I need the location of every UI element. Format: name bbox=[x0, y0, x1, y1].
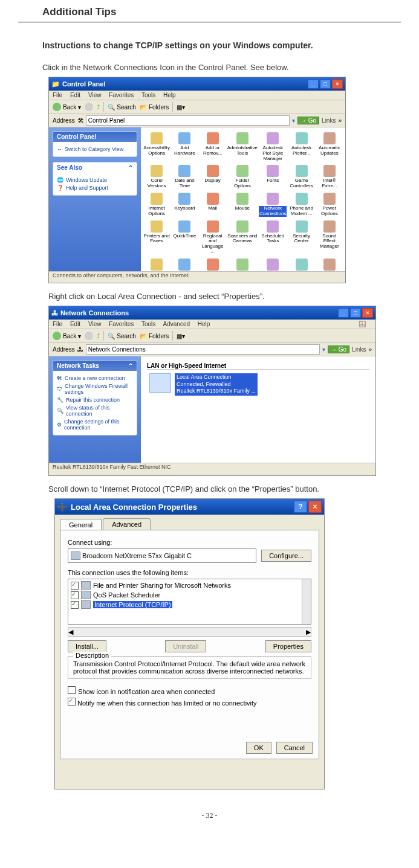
cp-item[interactable]: Scanners and Cameras bbox=[227, 219, 258, 256]
network-task[interactable]: 🔍View status of this connection bbox=[57, 405, 133, 417]
menu-edit[interactable]: Edit bbox=[70, 92, 80, 98]
up-icon[interactable]: ⤴ bbox=[97, 104, 100, 111]
menu-advanced[interactable]: Advanced bbox=[163, 321, 190, 327]
cp-item[interactable]: Mail bbox=[200, 191, 226, 218]
local-area-connection[interactable]: Local Area Connection Connected, Firewal… bbox=[149, 373, 367, 396]
cp-item[interactable]: Display bbox=[200, 164, 226, 190]
forward-icon[interactable] bbox=[85, 332, 93, 340]
minimize-button[interactable]: _ bbox=[308, 79, 319, 89]
horizontal-scrollbar[interactable]: ◀▶ bbox=[68, 627, 311, 637]
cp-item[interactable]: Date and Time bbox=[171, 164, 198, 190]
tab-advanced[interactable]: Advanced bbox=[103, 518, 151, 530]
network-task[interactable]: 🛡Change Windows Firewall settings bbox=[57, 383, 133, 395]
search-button[interactable]: 🔍Search bbox=[108, 333, 136, 339]
install-button[interactable]: Install... bbox=[68, 640, 106, 652]
close-button[interactable]: × bbox=[332, 79, 343, 89]
menu-help[interactable]: Help bbox=[163, 92, 176, 98]
collapse-icon[interactable]: ⌃ bbox=[128, 362, 133, 369]
cp-item[interactable]: Regional and Language ... bbox=[200, 219, 226, 256]
uninstall-button[interactable]: Uninstall bbox=[165, 640, 206, 652]
switch-category-link[interactable]: ↔Switch to Category View bbox=[57, 146, 133, 152]
cp-item[interactable]: Fonts bbox=[259, 164, 287, 190]
chevron-right-icon[interactable]: » bbox=[368, 346, 372, 353]
see-also-windows-update[interactable]: 🌐Windows Update bbox=[57, 177, 133, 183]
checkbox-icon[interactable] bbox=[71, 601, 79, 609]
checkbox-icon[interactable] bbox=[68, 698, 76, 706]
menu-favorites[interactable]: Favorites bbox=[109, 321, 134, 327]
checkbox-icon[interactable] bbox=[68, 686, 76, 694]
menu-view[interactable]: View bbox=[88, 92, 102, 98]
cp-item[interactable]: Folder Options bbox=[227, 164, 258, 190]
cp-item[interactable]: Autodesk Plot Style Manager bbox=[259, 131, 287, 162]
dropdown-icon[interactable]: ▾ bbox=[322, 346, 325, 353]
search-button[interactable]: 🔍Search bbox=[108, 104, 136, 111]
window-titlebar[interactable]: 🖧 Network Connections _ □ × bbox=[49, 306, 375, 320]
cp-item[interactable]: Network Connections bbox=[259, 191, 287, 218]
window-titlebar[interactable]: 📁 Control Panel _ □ × bbox=[49, 77, 345, 91]
cp-item[interactable]: Sound Effect Manager bbox=[316, 219, 343, 256]
cancel-button[interactable]: Cancel bbox=[276, 742, 313, 754]
tab-general[interactable]: General bbox=[60, 519, 102, 530]
back-button[interactable]: Back ▾ bbox=[53, 103, 81, 111]
cp-item[interactable]: Accessibility Options bbox=[143, 131, 170, 162]
views-button[interactable]: ▦▾ bbox=[177, 104, 185, 111]
menu-bar[interactable]: File Edit View Favorites Tools Help bbox=[49, 91, 345, 100]
menu-favorites[interactable]: Favorites bbox=[109, 92, 134, 98]
menu-file[interactable]: File bbox=[53, 92, 62, 98]
network-task[interactable]: ⚙Change settings of this connection bbox=[57, 419, 133, 431]
item-file-printer[interactable]: File and Printer Sharing for Microsoft N… bbox=[71, 580, 308, 590]
go-button[interactable]: → Go bbox=[297, 117, 319, 124]
menu-tools[interactable]: Tools bbox=[141, 321, 155, 327]
item-tcpip[interactable]: Internet Protocol (TCP/IP) bbox=[71, 600, 308, 609]
network-task[interactable]: 🔧Repair this connection bbox=[57, 397, 133, 403]
folders-button[interactable]: 📂Folders bbox=[140, 104, 169, 111]
address-input[interactable] bbox=[86, 344, 320, 355]
cp-item[interactable]: Automatic Updates bbox=[316, 131, 343, 162]
minimize-button[interactable]: _ bbox=[338, 308, 349, 318]
cp-item[interactable]: Power Options bbox=[316, 191, 343, 218]
menu-file[interactable]: File bbox=[53, 321, 62, 327]
cp-item[interactable]: Autodesk Plotter... bbox=[288, 131, 314, 162]
close-button[interactable]: × bbox=[362, 308, 373, 318]
cp-item[interactable]: Game Controllers bbox=[288, 164, 314, 190]
item-qos[interactable]: QoS Packet Scheduler bbox=[71, 590, 308, 600]
window-titlebar[interactable]: ➕ Local Area Connection Properties ? × bbox=[55, 499, 324, 515]
cp-item[interactable]: Add or Remov... bbox=[200, 131, 226, 162]
ok-button[interactable]: OK bbox=[246, 742, 271, 754]
items-list[interactable]: File and Printer Sharing for Microsoft N… bbox=[68, 579, 311, 625]
folders-button[interactable]: 📂Folders bbox=[140, 333, 169, 339]
cp-item[interactable]: Scheduled Tasks bbox=[259, 219, 287, 256]
collapse-icon[interactable]: ⌃ bbox=[128, 164, 133, 171]
address-input[interactable] bbox=[86, 115, 290, 126]
configure-button[interactable]: Configure... bbox=[261, 550, 311, 562]
cp-item[interactable]: Printers and Faxes bbox=[143, 219, 170, 256]
show-icon-option[interactable]: Show icon in notification area when conn… bbox=[68, 686, 311, 695]
properties-button[interactable]: Properties bbox=[265, 640, 311, 652]
see-also-help-support[interactable]: ❓Help and Support bbox=[57, 185, 133, 191]
menu-tools[interactable]: Tools bbox=[141, 92, 155, 98]
maximize-button[interactable]: □ bbox=[320, 79, 331, 89]
links-label[interactable]: Links bbox=[352, 346, 366, 353]
views-button[interactable]: ▦▾ bbox=[177, 333, 185, 339]
cp-item[interactable]: Intel® Extre... bbox=[316, 164, 343, 190]
network-task[interactable]: 🛠Create a new connection bbox=[57, 375, 133, 381]
dropdown-icon[interactable]: ▾ bbox=[292, 117, 295, 124]
chevron-right-icon[interactable]: » bbox=[338, 117, 342, 124]
cp-item[interactable]: Mouse bbox=[227, 191, 258, 218]
vertical-scrollbar[interactable] bbox=[302, 579, 311, 624]
go-button[interactable]: → Go bbox=[328, 346, 349, 353]
help-button[interactable]: ? bbox=[294, 501, 307, 513]
links-label[interactable]: Links bbox=[322, 117, 336, 124]
menu-edit[interactable]: Edit bbox=[70, 321, 80, 327]
cp-item[interactable]: QuickTime bbox=[171, 219, 198, 256]
cp-item[interactable]: Phone and Modem ... bbox=[288, 191, 314, 218]
close-button[interactable]: × bbox=[308, 501, 322, 513]
cp-item[interactable]: Internet Options bbox=[143, 191, 170, 218]
menu-view[interactable]: View bbox=[88, 321, 102, 327]
checkbox-icon[interactable] bbox=[71, 582, 79, 590]
cp-item[interactable]: Administrative Tools bbox=[227, 131, 258, 162]
cp-item[interactable]: Keyboard bbox=[171, 191, 198, 218]
notify-option[interactable]: Notify me when this connection has limit… bbox=[68, 698, 311, 707]
menu-help[interactable]: Help bbox=[198, 321, 210, 327]
cp-item[interactable]: Add Hardware bbox=[171, 131, 198, 162]
